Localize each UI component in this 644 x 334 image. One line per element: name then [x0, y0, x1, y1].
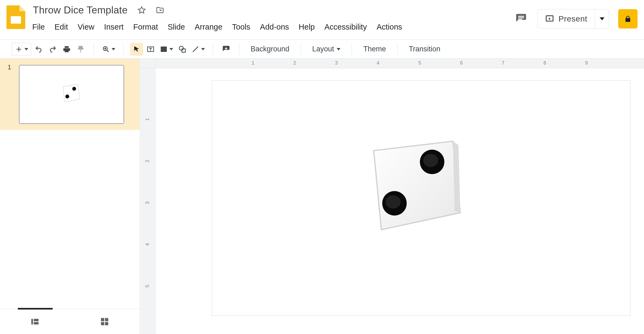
move-to-folder-icon[interactable] — [155, 5, 165, 16]
toolbar: Background Layout Theme Transition — [0, 40, 644, 59]
ruler-h-tick: 4 — [377, 60, 379, 66]
svg-rect-18 — [105, 322, 108, 325]
svg-rect-0 — [518, 16, 524, 17]
app-logo[interactable] — [6, 5, 25, 29]
toolbar-separator — [397, 44, 397, 55]
ruler-v-tick: 2 — [145, 160, 150, 162]
toolbar-separator — [213, 44, 213, 55]
filmstrip-view-icon[interactable] — [29, 316, 41, 328]
menu-format[interactable]: Format — [133, 22, 159, 33]
header-bar: Throw Dice Template File Edit View Inser… — [0, 0, 644, 40]
toolbar-separator — [352, 44, 352, 55]
new-slide-button[interactable] — [12, 43, 31, 56]
document-title[interactable]: Throw Dice Template — [32, 4, 129, 16]
toolbar-separator — [94, 44, 94, 55]
menu-file[interactable]: File — [32, 22, 45, 33]
svg-marker-9 — [63, 84, 80, 102]
svg-rect-16 — [105, 318, 108, 321]
star-icon[interactable] — [136, 5, 147, 16]
dice-thumbnail-graphic — [60, 82, 81, 104]
slide-canvas[interactable] — [212, 80, 630, 316]
svg-rect-2 — [518, 19, 522, 20]
svg-rect-1 — [518, 17, 524, 18]
ruler-h-tick: 3 — [335, 60, 338, 66]
menu-actions[interactable]: Actions — [376, 22, 403, 33]
theme-button[interactable]: Theme — [358, 43, 391, 56]
textbox-button[interactable] — [144, 43, 157, 56]
background-button[interactable]: Background — [246, 43, 294, 56]
ruler-h-tick: 6 — [460, 60, 463, 66]
ruler-v-tick: 4 — [145, 243, 150, 246]
menu-edit[interactable]: Edit — [54, 22, 69, 33]
transition-button[interactable]: Transition — [404, 43, 445, 56]
layout-button[interactable]: Layout — [307, 43, 345, 56]
present-dropdown[interactable] — [595, 9, 609, 28]
svg-rect-13 — [34, 319, 38, 321]
svg-point-6 — [162, 48, 163, 49]
svg-point-22 — [423, 154, 438, 167]
menu-help[interactable]: Help — [298, 22, 315, 33]
redo-button[interactable] — [46, 43, 59, 56]
svg-point-7 — [179, 46, 183, 50]
svg-marker-19 — [374, 141, 460, 230]
svg-rect-12 — [31, 319, 33, 324]
svg-point-24 — [386, 195, 401, 208]
menu-insert[interactable]: Insert — [104, 22, 124, 33]
menu-bar: File Edit View Insert Format Slide Arran… — [32, 22, 514, 33]
menu-addons[interactable]: Add-ons — [259, 22, 290, 33]
caret-down-icon — [337, 47, 340, 51]
menu-view[interactable]: View — [77, 22, 95, 33]
comments-icon[interactable] — [514, 12, 528, 26]
thumbnail-panel: 1 — [0, 59, 140, 334]
editor-panel: 1 2 3 4 5 6 7 8 9 1 2 3 4 5 — [140, 59, 644, 334]
ruler-h-tick: 9 — [585, 60, 588, 66]
zoom-button[interactable] — [100, 43, 117, 56]
toolbar-separator — [301, 44, 301, 55]
svg-rect-17 — [101, 322, 104, 325]
add-comment-button[interactable] — [220, 43, 233, 56]
thumbnail-footer — [0, 309, 140, 334]
vertical-ruler[interactable]: 1 2 3 4 5 — [140, 68, 155, 334]
menu-tools[interactable]: Tools — [232, 22, 251, 33]
image-button[interactable] — [158, 43, 175, 56]
lock-icon[interactable] — [618, 9, 638, 29]
dice-graphic[interactable] — [368, 137, 462, 232]
ruler-v-tick: 1 — [145, 118, 150, 121]
grid-view-icon[interactable] — [99, 316, 111, 328]
layout-label: Layout — [312, 45, 334, 53]
ruler-h-tick: 7 — [502, 60, 504, 66]
canvas-area[interactable] — [155, 68, 644, 334]
svg-rect-14 — [34, 322, 38, 324]
ruler-v-tick: 5 — [145, 285, 150, 287]
select-tool-button[interactable] — [130, 43, 143, 56]
menu-arrange[interactable]: Arrange — [194, 22, 223, 33]
toolbar-separator — [123, 44, 124, 55]
present-icon — [545, 14, 554, 23]
toolbar-separator — [239, 44, 239, 55]
svg-rect-15 — [101, 318, 104, 321]
present-button-group: Present — [537, 9, 609, 29]
shape-button[interactable] — [176, 43, 189, 56]
ruler-h-tick: 5 — [418, 60, 421, 66]
ruler-v-tick: 3 — [145, 201, 150, 204]
svg-point-10 — [72, 87, 76, 90]
print-button[interactable] — [60, 43, 73, 56]
horizontal-ruler[interactable]: 1 2 3 4 5 6 7 8 9 — [155, 59, 644, 68]
thumbnail-preview — [19, 65, 124, 124]
thumbnail-number: 1 — [0, 59, 19, 71]
svg-point-11 — [65, 94, 69, 98]
present-label: Present — [558, 14, 587, 23]
present-button[interactable]: Present — [538, 9, 595, 28]
ruler-corner — [140, 59, 155, 68]
paint-format-button[interactable] — [74, 43, 87, 56]
menu-accessibility[interactable]: Accessibility — [324, 22, 367, 33]
ruler-h-tick: 2 — [293, 60, 296, 66]
line-button[interactable] — [190, 43, 207, 56]
ruler-h-tick: 1 — [252, 60, 254, 66]
menu-slide[interactable]: Slide — [167, 22, 186, 33]
thumbnail-slide-selected[interactable]: 1 — [0, 59, 140, 130]
caret-down-icon — [600, 16, 604, 21]
thumbnail-list[interactable]: 1 — [0, 59, 140, 309]
undo-button[interactable] — [32, 43, 45, 56]
view-indicator — [18, 308, 53, 310]
